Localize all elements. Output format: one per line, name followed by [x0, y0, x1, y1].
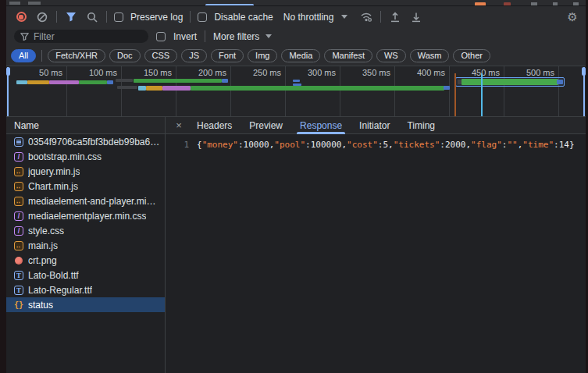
tab-preview[interactable]: Preview	[241, 117, 290, 134]
request-name: jquery.min.js	[28, 166, 80, 177]
more-filters-dropdown[interactable]: More filters	[213, 31, 272, 42]
import-har-icon[interactable]	[388, 10, 402, 24]
script-file-icon: ‥	[14, 241, 23, 250]
filter-pill-doc[interactable]: Doc	[109, 49, 141, 62]
filter-pill-fetch-xhr[interactable]: Fetch/XHR	[48, 49, 105, 62]
filter-funnel-icon[interactable]	[64, 10, 78, 24]
record-icon[interactable]	[14, 10, 28, 24]
waterfall-bar-blue[interactable]	[107, 80, 113, 84]
waterfall-bar-blue[interactable]	[444, 86, 450, 90]
waterfall-bar-gray[interactable]	[117, 86, 137, 89]
waterfall-bar-blue[interactable]	[222, 79, 228, 83]
filter-pill-other[interactable]: Other	[453, 49, 490, 62]
waterfall-bar-green[interactable]	[134, 79, 222, 83]
filter-pill-font[interactable]: Font	[211, 49, 244, 62]
throttling-value: No throttling	[283, 12, 334, 23]
devtools-network-panel: Preserve log Disable cache No throttling…	[6, 0, 586, 373]
timeline-tick-label: 300 ms	[308, 68, 340, 77]
request-row-0354f9706ca5fbf3bdeb99ba[interactable]: 0354f9706ca5fbf3bdeb99ba65...	[6, 134, 165, 149]
chevron-down-icon	[341, 15, 347, 19]
filter-pill-ws[interactable]: WS	[376, 49, 406, 62]
requests-panel: Name 0354f9706ca5fbf3bdeb99ba65.../boots…	[6, 117, 166, 373]
waterfall-bar-purple[interactable]	[49, 80, 79, 84]
waterfall-bar-purple[interactable]	[162, 86, 191, 91]
load-event-line	[454, 73, 456, 116]
waterfall-bar-blue[interactable]	[293, 83, 301, 86]
script-file-icon: ‥	[14, 167, 23, 176]
filter-input[interactable]	[34, 31, 127, 42]
search-icon[interactable]	[85, 10, 99, 24]
invert-label[interactable]: Invert	[173, 31, 197, 42]
disable-cache-checkbox[interactable]	[198, 12, 207, 22]
timeline-tick-label: 50 ms	[39, 68, 66, 77]
waterfall-bar-green2[interactable]	[461, 79, 558, 85]
waterfall-bar-green[interactable]	[191, 86, 444, 91]
clipped-icon	[28, 2, 41, 5]
request-name: status	[28, 300, 53, 311]
request-row-jquery-min-js[interactable]: ‥jquery.min.js	[6, 164, 165, 179]
script-file-icon: ‥	[14, 197, 23, 206]
overview-left-handle[interactable]	[6, 67, 10, 76]
request-row-lato-bold-ttf[interactable]: TLato-Bold.ttf	[6, 268, 165, 282]
waterfall-bar-blue[interactable]	[293, 80, 300, 82]
request-name: mediaelement-and-player.min.js	[28, 196, 160, 207]
filter-pill-media[interactable]: Media	[281, 49, 320, 62]
request-row-chart-min-js[interactable]: ‥Chart.min.js	[6, 179, 165, 194]
json-string: "money"	[202, 140, 238, 150]
throttling-select[interactable]: No throttling	[283, 12, 348, 23]
filter-input-pill[interactable]	[14, 30, 148, 43]
toolbar-divider	[190, 11, 191, 23]
waterfall-bar-cyan[interactable]	[138, 86, 146, 91]
overview-right-handle[interactable]	[582, 67, 586, 76]
invert-checkbox[interactable]	[156, 32, 166, 41]
tab-response[interactable]: Response	[292, 117, 350, 134]
request-row-style-css[interactable]: /style.css	[6, 223, 165, 238]
waterfall-bar-gray[interactable]	[116, 79, 133, 82]
preserve-log-label[interactable]: Preserve log	[130, 12, 183, 23]
request-row-lato-regular-ttf[interactable]: TLato-Regular.ttf	[6, 282, 165, 297]
network-conditions-icon[interactable]	[359, 10, 373, 24]
waterfall-bar-orange[interactable]	[27, 80, 49, 84]
tab-headers[interactable]: Headers	[189, 117, 240, 134]
request-name: mediaelementplayer.min.css	[28, 211, 146, 222]
network-overview-timeline[interactable]: 50 ms100 ms150 ms200 ms250 ms300 ms350 m…	[6, 66, 586, 117]
timeline-gridline	[121, 66, 122, 116]
page-behind-left-edge	[0, 0, 6, 373]
request-row-main-js[interactable]: ‥main.js	[6, 238, 165, 253]
preserve-log-checkbox[interactable]	[114, 12, 123, 22]
request-name: Lato-Regular.ttf	[28, 285, 92, 296]
line-number: 1	[166, 140, 197, 373]
tab-initiator[interactable]: Initiator	[351, 117, 397, 134]
filter-pill-all[interactable]: All	[11, 49, 36, 62]
request-row-bootstrap-min-css[interactable]: /bootstrap.min.css	[6, 149, 165, 164]
image-file-icon	[14, 256, 23, 265]
json-punct: }	[569, 140, 575, 150]
json-number: 100000	[311, 140, 342, 150]
json-string: "tickets"	[394, 140, 440, 150]
request-row-mediaelementplayer-min-c[interactable]: /mediaelementplayer.min.css	[6, 208, 165, 223]
request-row-mediaelement-and-player-[interactable]: ‥mediaelement-and-player.min.js	[6, 194, 165, 208]
tab-timing[interactable]: Timing	[399, 117, 443, 134]
json-punct: {	[197, 140, 202, 150]
close-icon[interactable]: ×	[170, 117, 187, 134]
waterfall-bar-blue[interactable]	[557, 80, 563, 84]
filter-pill-css[interactable]: CSS	[144, 49, 178, 62]
gear-icon[interactable]: ⚙	[565, 10, 579, 24]
waterfall-bar-green[interactable]	[79, 80, 107, 84]
export-har-icon[interactable]	[409, 10, 423, 24]
filter-pill-manifest[interactable]: Manifest	[324, 49, 372, 62]
waterfall-bar-orange[interactable]	[146, 86, 162, 91]
disable-cache-label[interactable]: Disable cache	[214, 12, 273, 23]
filter-pill-wasm[interactable]: Wasm	[410, 49, 450, 62]
toolbar-divider	[106, 11, 107, 23]
font-file-icon: T	[14, 271, 23, 280]
filter-pill-js[interactable]: JS	[181, 49, 207, 62]
more-filters-label: More filters	[213, 31, 259, 42]
dcl-event-line	[481, 73, 483, 116]
request-row-crt-png[interactable]: crt.png	[6, 253, 165, 268]
request-row-status[interactable]: {}status	[6, 297, 165, 312]
waterfall-bar-cyan[interactable]	[16, 80, 27, 84]
name-column-header[interactable]: Name	[6, 117, 165, 134]
clear-icon[interactable]	[35, 10, 49, 24]
filter-pill-img[interactable]: Img	[248, 49, 277, 62]
